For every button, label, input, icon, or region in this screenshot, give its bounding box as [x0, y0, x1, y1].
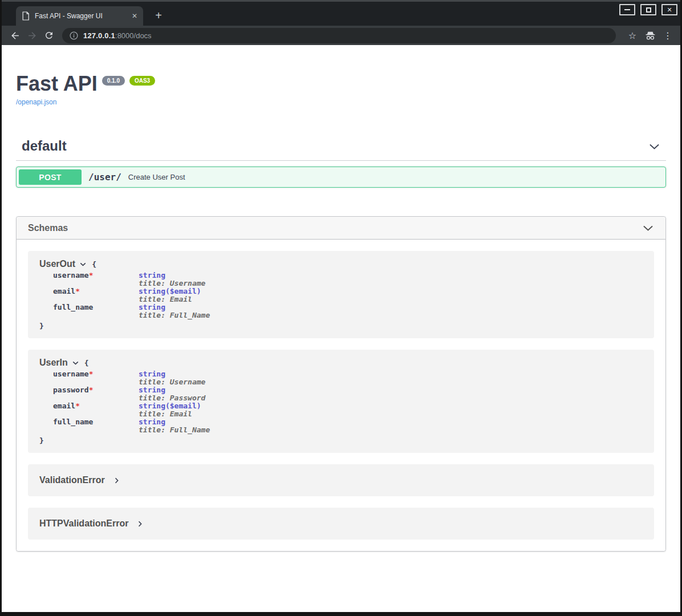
chevron-right-icon[interactable] [136, 520, 144, 528]
property-name: full_name [53, 418, 93, 426]
window-maximize-button[interactable] [640, 4, 656, 15]
schema-property: full_name stringtitle: Full_Name [53, 303, 643, 319]
schemas-section: Schemas UserOut { [16, 216, 666, 552]
property-name: email [53, 287, 75, 295]
model-httpvalidationerror: HTTPValidationError [28, 508, 654, 540]
chevron-down-icon[interactable] [642, 222, 654, 234]
schema-property: email* string($email)title: Email [53, 287, 643, 303]
schemas-heading: Schemas [28, 223, 68, 233]
schema-property: username* stringtitle: Username [53, 370, 643, 386]
property-type: string [139, 271, 205, 279]
schema-property: username* stringtitle: Username [53, 271, 643, 287]
property-name: password [53, 386, 89, 394]
url-path: :8000/docs [115, 31, 152, 40]
property-type: string [139, 370, 205, 378]
operation-post-user[interactable]: POST /user/ Create User Post [16, 167, 666, 188]
window-minimize-button[interactable] [619, 4, 635, 15]
property-name: username [53, 271, 89, 279]
menu-dots-icon[interactable]: ⋮ [661, 29, 675, 42]
model-validationerror: ValidationError [28, 464, 654, 496]
required-asterisk: * [89, 271, 94, 279]
close-icon: ✕ [667, 7, 672, 13]
tab-title: Fast API - Swagger UI [35, 12, 127, 20]
url-text: 127.0.0.1:8000/docs [83, 31, 152, 40]
page-content: Fast API 0.1.0 OAS3 /openapi.json defaul… [2, 45, 680, 612]
browser-tab[interactable]: Fast API - Swagger UI ✕ [16, 6, 143, 26]
tag-name: default [22, 139, 67, 153]
model-userin: UserIn { username* stringtitle: Username [28, 350, 654, 453]
version-badge: 0.1.0 [102, 76, 125, 86]
required-asterisk: * [89, 370, 94, 378]
tag-section-header[interactable]: default [16, 139, 666, 161]
page-document-icon [22, 11, 30, 21]
tab-close-icon[interactable]: ✕ [132, 12, 137, 20]
maximize-icon [646, 7, 651, 13]
property-name: full_name [53, 303, 93, 311]
browser-titlebar: ✕ Fast API - Swagger UI ✕ + [2, 0, 680, 26]
schema-property: email* string($email)title: Email [53, 402, 643, 418]
oas3-badge: OAS3 [129, 76, 155, 86]
forward-button[interactable] [25, 28, 39, 43]
reload-icon[interactable] [42, 28, 56, 43]
url-host: 127.0.0.1 [83, 31, 115, 40]
operation-path: /user/ [88, 172, 121, 183]
minimize-icon [624, 9, 630, 10]
chevron-down-icon[interactable] [648, 140, 660, 152]
bookmark-star-icon[interactable]: ☆ [626, 29, 639, 42]
openapi-json-link[interactable]: /openapi.json [16, 98, 56, 106]
model-name: HTTPValidationError [39, 518, 128, 529]
open-brace: { [92, 260, 96, 269]
property-type: string [139, 386, 205, 394]
property-title: title: Username [139, 378, 205, 386]
close-brace: } [39, 322, 643, 330]
address-bar[interactable]: 127.0.0.1:8000/docs [62, 28, 616, 43]
property-type: string [139, 418, 210, 426]
property-title: title: Full_Name [139, 426, 210, 434]
close-brace: } [39, 436, 643, 445]
tag-section-default: default POST /user/ Create User Post [16, 139, 666, 188]
chevron-down-icon[interactable] [72, 359, 79, 367]
model-userout: UserOut { username* stringtitle: Usernam… [28, 251, 654, 338]
schema-property: password* stringtitle: Password [53, 386, 643, 402]
browser-window: ✕ Fast API - Swagger UI ✕ + 127.0.0.1:80… [0, 0, 682, 616]
site-info-icon[interactable] [70, 31, 78, 40]
post-method-badge: POST [19, 169, 82, 185]
model-validationerror-toggle[interactable]: ValidationError [39, 475, 120, 485]
model-name: UserOut [39, 259, 75, 269]
api-info: Fast API 0.1.0 OAS3 /openapi.json [16, 45, 666, 107]
property-type: string($email) [139, 402, 201, 410]
chevron-down-icon[interactable] [79, 261, 87, 268]
property-title: title: Password [139, 394, 205, 402]
operation-summary: Create User Post [128, 173, 185, 181]
incognito-icon[interactable] [643, 29, 657, 42]
model-name: ValidationError [39, 475, 105, 485]
property-type: string [139, 303, 210, 311]
required-asterisk: * [75, 402, 80, 410]
new-tab-button[interactable]: + [151, 8, 166, 23]
property-title: title: Username [139, 279, 205, 287]
property-title: title: Full_Name [139, 311, 210, 319]
property-name: username [53, 370, 89, 378]
schemas-list: UserOut { username* stringtitle: Usernam… [17, 240, 665, 551]
window-controls: ✕ [619, 4, 677, 15]
required-asterisk: * [75, 287, 80, 295]
model-httpvalidationerror-toggle[interactable]: HTTPValidationError [39, 518, 144, 529]
chevron-right-icon[interactable] [113, 477, 120, 484]
model-userout-toggle[interactable]: UserOut { [39, 259, 643, 269]
property-title: title: Email [139, 295, 201, 303]
schemas-section-header[interactable]: Schemas [17, 217, 665, 240]
page-title: Fast API [16, 72, 98, 95]
property-title: title: Email [139, 410, 201, 418]
model-name: UserIn [39, 358, 68, 368]
window-close-button[interactable]: ✕ [661, 4, 677, 15]
property-name: email [53, 402, 75, 410]
required-asterisk: * [89, 386, 94, 394]
property-type: string($email) [139, 287, 201, 295]
back-button[interactable] [7, 28, 22, 43]
browser-toolbar: 127.0.0.1:8000/docs ☆ ⋮ [2, 26, 680, 45]
schema-property: full_name stringtitle: Full_Name [53, 418, 643, 434]
model-userin-toggle[interactable]: UserIn { [39, 358, 643, 368]
open-brace: { [84, 359, 89, 367]
